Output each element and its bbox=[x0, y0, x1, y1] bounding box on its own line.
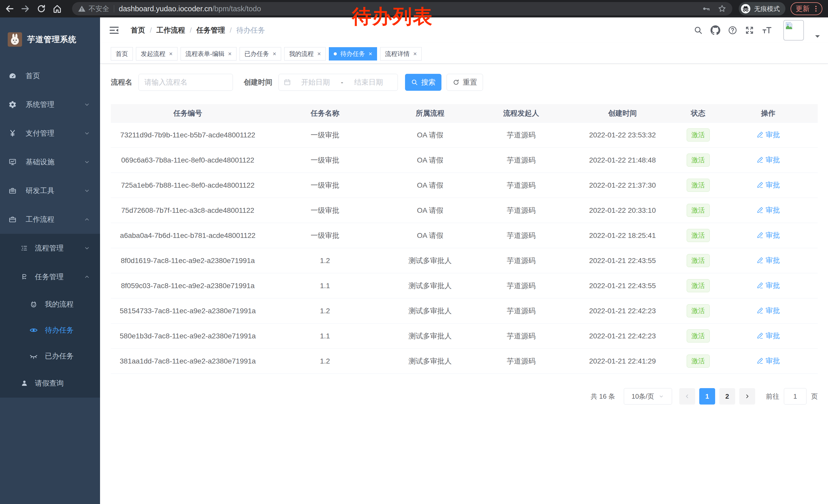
chevron-down-icon bbox=[84, 187, 90, 194]
tab-process-form-edit[interactable]: 流程表单-编辑× bbox=[180, 47, 237, 60]
approve-link[interactable]: 审批 bbox=[756, 356, 780, 366]
sidebar-collapse-button[interactable] bbox=[109, 25, 120, 36]
sidebar-item-todo-tasks[interactable]: 待办任务 bbox=[0, 317, 100, 343]
user-avatar[interactable] bbox=[783, 20, 804, 41]
tab-todo-tasks[interactable]: 待办任务× bbox=[329, 47, 377, 60]
font-size-button[interactable] bbox=[762, 26, 772, 35]
breadcrumb-workflow[interactable]: 工作流程 bbox=[157, 26, 185, 35]
dashboard-icon bbox=[8, 72, 17, 80]
next-page-button[interactable] bbox=[739, 388, 755, 405]
date-range-picker[interactable]: 开始日期 - 结束日期 bbox=[279, 74, 398, 91]
status-cell: 激活 bbox=[678, 129, 719, 141]
fullscreen-button[interactable] bbox=[745, 26, 754, 35]
sidebar-item-label: 任务管理 bbox=[35, 272, 64, 282]
sidebar-item-infrastructure[interactable]: 基础设施 bbox=[0, 148, 100, 176]
sidebar-item-process-management[interactable]: 流程管理 bbox=[0, 234, 100, 263]
password-key-icon[interactable] bbox=[702, 4, 711, 13]
status-badge: 激活 bbox=[687, 179, 710, 192]
tree-list-icon bbox=[20, 244, 29, 253]
process-name-input[interactable] bbox=[138, 74, 233, 91]
github-link[interactable] bbox=[710, 26, 720, 35]
approve-link[interactable]: 审批 bbox=[756, 180, 780, 190]
search-icon bbox=[694, 26, 703, 35]
workflow-submenu: 流程管理 任务管理 我的流程 待办任务 bbox=[0, 234, 100, 398]
task-name-cell: 一级审批 bbox=[265, 130, 385, 140]
status-cell: 激活 bbox=[678, 254, 719, 267]
pen-edit-icon bbox=[756, 232, 763, 239]
column-header-status: 状态 bbox=[678, 108, 719, 118]
starter-cell: 芋道源码 bbox=[475, 180, 567, 190]
pen-edit-icon bbox=[756, 131, 763, 138]
breadcrumb-home[interactable]: 首页 bbox=[131, 26, 145, 35]
end-date-placeholder[interactable]: 结束日期 bbox=[344, 78, 393, 87]
close-icon[interactable]: × bbox=[273, 50, 276, 57]
tab-process-detail[interactable]: 流程详情× bbox=[380, 47, 422, 60]
status-badge: 激活 bbox=[687, 329, 710, 342]
approve-link[interactable]: 审批 bbox=[756, 130, 780, 140]
sidebar-item-system[interactable]: 系统管理 bbox=[0, 90, 100, 119]
approve-link[interactable]: 审批 bbox=[756, 256, 780, 265]
close-icon[interactable]: × bbox=[228, 50, 232, 57]
table-body: 73211d9d-7b9b-11ec-b5b7-acde48001122 一级审… bbox=[111, 123, 818, 374]
forward-arrow-icon bbox=[20, 4, 31, 14]
url-path: /bpm/task/todo bbox=[212, 5, 261, 13]
sidebar-item-home[interactable]: 首页 bbox=[0, 61, 100, 90]
starter-cell: 芋道源码 bbox=[475, 231, 567, 240]
prev-page-button[interactable] bbox=[679, 388, 695, 405]
sidebar-item-devtools[interactable]: 研发工具 bbox=[0, 176, 100, 205]
sidebar-item-payment[interactable]: 支付管理 bbox=[0, 119, 100, 148]
page-button-2[interactable]: 2 bbox=[719, 388, 735, 405]
browser-update-button[interactable]: 更新 bbox=[791, 2, 822, 15]
approve-link[interactable]: 审批 bbox=[756, 306, 780, 316]
tab-done-tasks[interactable]: 已办任务× bbox=[240, 47, 281, 60]
browser-menu-dots-icon[interactable] bbox=[812, 5, 820, 12]
sidebar-item-done-tasks[interactable]: 已办任务 bbox=[0, 343, 100, 369]
status-badge: 激活 bbox=[687, 254, 710, 267]
chevron-right-icon bbox=[744, 393, 750, 400]
status-badge: 激活 bbox=[687, 355, 710, 368]
app-logo-row[interactable]: 芋道管理系统 bbox=[0, 17, 100, 61]
goto-page-input[interactable] bbox=[784, 388, 806, 405]
approve-link[interactable]: 审批 bbox=[756, 155, 780, 165]
briefcase-icon bbox=[8, 215, 17, 224]
close-icon[interactable]: × bbox=[169, 50, 173, 57]
search-button[interactable]: 搜索 bbox=[405, 74, 442, 91]
status-badge: 激活 bbox=[687, 153, 710, 167]
process-cell: 测试多审批人 bbox=[385, 331, 475, 341]
sidebar-item-task-management[interactable]: 任务管理 bbox=[0, 263, 100, 291]
actions-cell: 审批 bbox=[719, 331, 818, 341]
page-button-1[interactable]: 1 bbox=[699, 388, 715, 405]
tab-home[interactable]: 首页 bbox=[111, 47, 133, 60]
close-icon[interactable]: × bbox=[413, 50, 417, 57]
sidebar-item-leave-query[interactable]: 请假查询 bbox=[0, 369, 100, 398]
close-icon[interactable]: × bbox=[369, 50, 372, 57]
approve-link[interactable]: 审批 bbox=[756, 331, 780, 341]
approve-link[interactable]: 审批 bbox=[756, 205, 780, 215]
browser-forward-button[interactable] bbox=[19, 2, 32, 15]
page-size-select[interactable]: 10条/页 bbox=[624, 388, 672, 405]
close-icon[interactable]: × bbox=[317, 50, 321, 57]
browser-home-button[interactable] bbox=[51, 2, 64, 15]
approve-link[interactable]: 审批 bbox=[756, 281, 780, 290]
todo-list-annotation: 待办列表 bbox=[352, 4, 433, 30]
approve-link[interactable]: 审批 bbox=[756, 230, 780, 240]
table-header-row: 任务编号 任务名称 所属流程 流程发起人 创建时间 状态 操作 bbox=[111, 104, 818, 123]
avatar-dropdown-caret[interactable] bbox=[815, 35, 820, 38]
sidebar-item-workflow[interactable]: 工作流程 bbox=[0, 205, 100, 234]
header-search-button[interactable] bbox=[694, 26, 703, 35]
sidebar-item-my-process[interactable]: 我的流程 bbox=[0, 291, 100, 317]
org-flow-icon bbox=[20, 273, 29, 281]
help-button[interactable] bbox=[728, 26, 737, 35]
breadcrumb-task-management[interactable]: 任务管理 bbox=[197, 26, 225, 35]
reset-button[interactable]: 重置 bbox=[447, 74, 483, 91]
browser-reload-button[interactable] bbox=[35, 2, 48, 15]
chevron-down-icon bbox=[84, 101, 90, 108]
starter-cell: 芋道源码 bbox=[475, 256, 567, 266]
tab-my-process[interactable]: 我的流程× bbox=[284, 47, 326, 60]
create-time-cell: 2022-01-22 21:48:48 bbox=[567, 156, 678, 164]
tab-start-process[interactable]: 发起流程× bbox=[136, 47, 177, 60]
process-cell: OA 请假 bbox=[385, 180, 475, 190]
bookmark-star-icon[interactable] bbox=[717, 4, 727, 13]
start-date-placeholder[interactable]: 开始日期 bbox=[291, 78, 340, 87]
browser-back-button[interactable] bbox=[3, 2, 16, 15]
